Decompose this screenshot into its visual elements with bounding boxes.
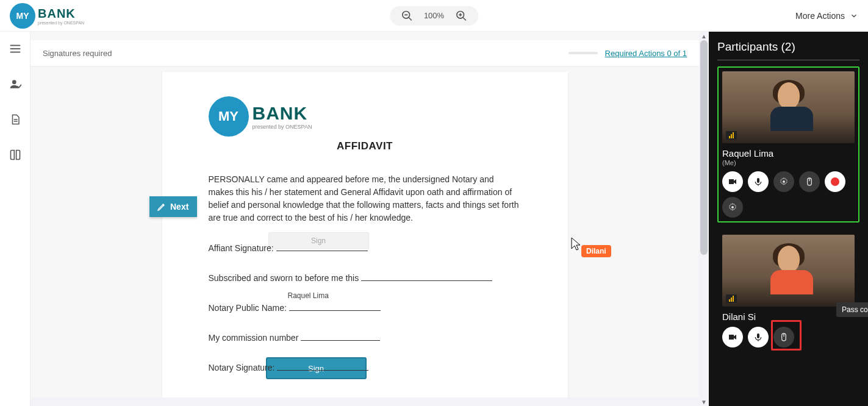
svg-point-17 (731, 206, 734, 208)
more-actions-menu[interactable]: More Actions (795, 11, 858, 21)
logo-sub-text: presented by ONESPAN (38, 21, 84, 25)
progress-bar (569, 52, 598, 54)
participant-me-label: (Me) (722, 159, 855, 166)
participant-name: Dilani Si (722, 312, 855, 322)
affiant-signature-line: Affiant Signature: (209, 243, 522, 253)
cursor-arrow-icon (570, 237, 581, 251)
zoom-level: 100% (424, 11, 444, 20)
affiant-signature-blank (276, 243, 368, 251)
document-logo: MY BANK presented by ONESPAN (209, 96, 522, 137)
svg-rect-13 (757, 178, 759, 183)
participant-self: Raquel Lima (Me) (717, 66, 859, 223)
logo-bank-text: BANK (38, 7, 84, 21)
document-page: MY BANK presented by ONESPAN AFFIDAVIT P… (162, 72, 568, 406)
microphone-button[interactable] (748, 327, 769, 347)
notary-signature-line: Notary Signature: (209, 362, 522, 372)
required-actions-link[interactable]: Required Actions 0 of 1 (605, 49, 687, 58)
signal-icon (726, 131, 737, 140)
affiant-signature-label: Affiant Signature: (209, 243, 274, 253)
document-area: Signatures required Required Actions 0 o… (30, 32, 709, 406)
svg-point-14 (783, 180, 785, 183)
mouse-control-button[interactable] (799, 171, 820, 192)
settings-button[interactable] (773, 171, 794, 192)
camera-button[interactable] (722, 171, 743, 192)
left-rail (0, 32, 30, 406)
book-icon[interactable] (8, 148, 23, 162)
participants-panel: Participants (2) Raquel Lima (Me) (709, 32, 868, 406)
remote-cursor: Dilani (570, 237, 611, 257)
remote-cursor-name: Dilani (581, 245, 611, 257)
chevron-down-icon (850, 12, 858, 20)
pass-control-button[interactable] (773, 327, 794, 347)
notary-name-line: Raquel Lima Notary Public Name: (209, 302, 522, 313)
doc-logo-circle: MY (209, 96, 249, 137)
notary-name-blank (289, 302, 381, 311)
scrollbar-thumb[interactable] (700, 40, 708, 255)
notary-name-value: Raquel Lima (288, 291, 329, 300)
commission-line: My commission number (209, 332, 522, 343)
svg-point-10 (12, 80, 16, 84)
sworn-label: Subscribed and sworn to before me this (209, 273, 359, 283)
zoom-in-icon[interactable] (455, 10, 467, 22)
scroll-up-icon[interactable]: ▲ (699, 32, 709, 40)
pencil-icon (157, 202, 167, 212)
svg-line-1 (408, 17, 411, 20)
participant-name: Raquel Lima (722, 148, 855, 158)
participants-title: Participants (2) (717, 40, 859, 60)
logo-circle: MY (10, 3, 35, 29)
top-bar: MY BANK presented by ONESPAN 100% More A… (0, 0, 868, 32)
signatures-required-label: Signatures required (43, 49, 112, 58)
doc-logo-text: BANK (253, 103, 312, 124)
more-actions-label: More Actions (795, 11, 845, 21)
participant-other: Dilani Si Pass control (717, 230, 859, 352)
app-logo: MY BANK presented by ONESPAN (10, 3, 84, 29)
record-button[interactable] (825, 171, 845, 192)
settings-extra-button[interactable] (722, 197, 743, 218)
document-paragraph: PERSONALLY came and appeared before me, … (209, 173, 522, 224)
notary-name-label: Notary Public Name: (209, 303, 287, 313)
document-icon[interactable] (8, 112, 23, 127)
microphone-button[interactable] (748, 171, 769, 192)
commission-blank (301, 332, 380, 341)
doc-logo-sub: presented by ONESPAN (253, 124, 312, 130)
sworn-blank (361, 272, 492, 281)
scroll-down-icon[interactable]: ▼ (699, 397, 709, 406)
notary-signature-label: Notary Signature: (209, 363, 275, 372)
participant-video[interactable] (722, 71, 855, 143)
zoom-controls: 100% (390, 6, 478, 26)
signer-icon[interactable] (8, 77, 23, 91)
signal-icon (726, 294, 737, 303)
zoom-out-icon[interactable] (401, 10, 413, 22)
sworn-line: Subscribed and sworn to before me this (209, 272, 522, 283)
svg-rect-18 (757, 333, 759, 338)
camera-button[interactable] (722, 327, 743, 347)
svg-line-4 (463, 17, 466, 20)
pass-control-tooltip: Pass control (836, 302, 868, 317)
document-title: AFFIDAVIT (209, 140, 522, 152)
vertical-scrollbar[interactable]: ▲ ▼ (699, 32, 709, 406)
next-label: Next (170, 202, 188, 212)
horizontal-scrollbar[interactable] (30, 397, 699, 406)
next-button[interactable]: Next (149, 196, 197, 217)
participant-video[interactable] (722, 235, 855, 307)
notary-signature-blank (277, 362, 368, 371)
status-bar: Signatures required Required Actions 0 o… (30, 40, 699, 66)
commission-label: My commission number (209, 333, 299, 343)
menu-icon[interactable] (8, 41, 23, 56)
